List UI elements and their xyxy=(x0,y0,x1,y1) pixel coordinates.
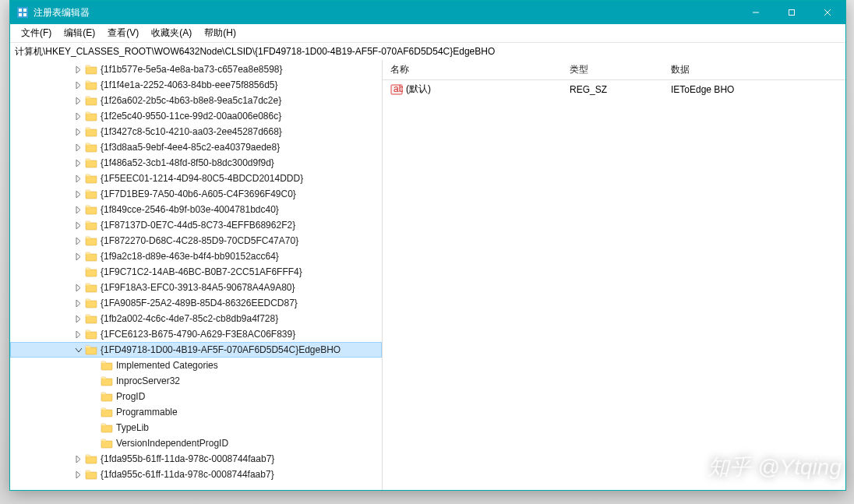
close-button[interactable] xyxy=(810,1,845,24)
menubar: 文件(F) 编辑(E) 查看(V) 收藏夹(A) 帮助(H) xyxy=(10,24,845,43)
tree-node-label: InprocServer32 xyxy=(116,375,180,386)
expand-expand-icon[interactable] xyxy=(72,204,83,215)
tree-node-label: {1f486a52-3cb1-48fd-8f50-b8dc300d9f9d} xyxy=(101,157,274,168)
expand-expand-icon[interactable] xyxy=(72,235,83,246)
tree-node[interactable]: ProgID xyxy=(10,389,382,404)
tree-node-label: {1F7D1BE9-7A50-40b6-A605-C4F3696F49C0} xyxy=(101,189,296,199)
expand-expand-icon[interactable] xyxy=(72,111,83,122)
tree-node-label: {1f1b577e-5e5a-4e8a-ba73-c657ea8e8598} xyxy=(101,64,283,75)
minimize-button[interactable] xyxy=(738,1,774,24)
address-bar[interactable]: 计算机\HKEY_CLASSES_ROOT\WOW6432Node\CLSID\… xyxy=(10,43,845,60)
menu-view[interactable]: 查看(V) xyxy=(101,25,145,41)
menu-help[interactable]: 帮助(H) xyxy=(198,25,242,41)
folder-icon xyxy=(85,234,97,247)
expand-expand-icon[interactable] xyxy=(72,298,83,308)
tree-node[interactable]: {1f849cce-2546-4b9f-b03e-4004781bdc40} xyxy=(10,202,382,217)
tree-node[interactable]: {1f9a2c18-d89e-463e-b4f4-bb90152acc64} xyxy=(10,248,382,264)
tree-node-label: {1F87137D-0E7C-44d5-8C73-4EFFB68962F2} xyxy=(101,220,295,231)
tree-node[interactable]: {1f1f4e1a-2252-4063-84bb-eee75f8856d5} xyxy=(10,77,382,93)
expand-expand-icon[interactable] xyxy=(72,313,83,324)
tree-node[interactable]: InprocServer32 xyxy=(10,373,382,389)
tree-node[interactable]: {1F7D1BE9-7A50-40b6-A605-C4F3696F49C0} xyxy=(10,186,382,202)
tree-node[interactable]: {1FA9085F-25A2-489B-85D4-86326EEDCD87} xyxy=(10,295,382,311)
tree-node-label: {1F872270-D68C-4C28-85D9-70CD5FC47A70} xyxy=(101,235,298,246)
expand-expand-icon[interactable] xyxy=(72,453,83,464)
tree-node[interactable]: {1FD49718-1D00-4B19-AF5F-070AF6D5D54C}Ed… xyxy=(10,342,382,358)
tree-node[interactable]: TypeLib xyxy=(10,420,382,435)
tree-node[interactable]: {1fda955b-61ff-11da-978c-0008744faab7} xyxy=(10,451,382,467)
svg-rect-2 xyxy=(23,9,26,12)
tree-node-label: {1f3427c8-5c10-4210-aa03-2ee45287d668} xyxy=(101,126,282,137)
folder-icon xyxy=(85,328,97,340)
tree-node-label: {1fb2a002-4c6c-4de7-85c2-cb8db9a4f728} xyxy=(101,313,278,324)
expand-expand-icon[interactable] xyxy=(72,469,83,480)
tree-node[interactable]: VersionIndependentProgID xyxy=(10,435,382,451)
expand-expand-icon[interactable] xyxy=(72,157,83,168)
expand-expand-icon[interactable] xyxy=(72,79,83,90)
svg-rect-1 xyxy=(19,9,22,12)
expand-expand-icon[interactable] xyxy=(72,282,83,293)
folder-icon xyxy=(85,250,97,263)
expand-expand-icon[interactable] xyxy=(72,126,83,137)
content-area: {1f1b577e-5e5a-4e8a-ba73-c657ea8e8598}{1… xyxy=(10,60,845,490)
folder-icon xyxy=(85,94,97,107)
tree-node[interactable]: {1fb2a002-4c6c-4de7-85c2-cb8db9a4f728} xyxy=(10,311,382,326)
app-icon xyxy=(16,6,29,19)
tree-node[interactable]: {1f1b577e-5e5a-4e8a-ba73-c657ea8e8598} xyxy=(10,62,382,77)
svg-rect-4 xyxy=(23,13,26,16)
expand-collapse-icon[interactable] xyxy=(72,344,83,355)
tree-node[interactable]: {1F9F18A3-EFC0-3913-84A5-90678A4A9A80} xyxy=(10,280,382,295)
tree-node-label: {1FA9085F-25A2-489B-85D4-86326EEDCD87} xyxy=(101,298,298,308)
maximize-button[interactable] xyxy=(774,1,810,24)
menu-file[interactable]: 文件(F) xyxy=(15,25,58,41)
value-data: IEToEdge BHO xyxy=(663,82,845,97)
menu-favorites[interactable]: 收藏夹(A) xyxy=(145,25,198,41)
tree-node-label: {1f26a602-2b5c-4b63-b8e8-9ea5c1a7dc2e} xyxy=(101,95,281,106)
tree-node[interactable]: {1FCE6123-B675-4790-A629-F3E8AC06F839} xyxy=(10,326,382,342)
folder-icon xyxy=(85,110,97,122)
tree-node[interactable]: {1fda955c-61ff-11da-978c-0008744faab7} xyxy=(10,467,382,482)
folder-icon xyxy=(85,219,97,231)
titlebar[interactable]: 注册表编辑器 xyxy=(10,1,845,24)
value-name: ab(默认) xyxy=(383,80,562,98)
value-row[interactable]: ab(默认)REG_SZIEToEdge BHO xyxy=(383,80,845,98)
value-list[interactable]: 名称 类型 数据 ab(默认)REG_SZIEToEdge BHO xyxy=(383,60,845,490)
tree-node-label: {1f1f4e1a-2252-4063-84bb-eee75f8856d5} xyxy=(101,79,278,90)
col-type[interactable]: 类型 xyxy=(562,60,663,79)
tree-node[interactable]: {1f3d8aa5-9ebf-4ee4-85c2-ea40379aede8} xyxy=(10,139,382,155)
tree-node-label: {1f849cce-2546-4b9f-b03e-4004781bdc40} xyxy=(101,204,279,215)
folder-icon xyxy=(85,468,97,481)
col-data[interactable]: 数据 xyxy=(663,60,845,79)
menu-edit[interactable]: 编辑(E) xyxy=(58,25,101,41)
expand-expand-icon[interactable] xyxy=(72,189,83,199)
tree-node[interactable]: {1F872270-D68C-4C28-85D9-70CD5FC47A70} xyxy=(10,233,382,248)
tree-node[interactable]: {1f3427c8-5c10-4210-aa03-2ee45287d668} xyxy=(10,124,382,139)
tree-node[interactable]: Implemented Categories xyxy=(10,358,382,373)
expand-expand-icon[interactable] xyxy=(72,142,83,153)
folder-icon xyxy=(85,203,97,216)
key-tree[interactable]: {1f1b577e-5e5a-4e8a-ba73-c657ea8e8598}{1… xyxy=(10,60,383,490)
tree-node[interactable]: {1f486a52-3cb1-48fd-8f50-b8dc300d9f9d} xyxy=(10,155,382,171)
tree-node[interactable]: {1F5EEC01-1214-4D94-80C5-4BDCD2014DDD} xyxy=(10,171,382,186)
folder-icon xyxy=(85,312,97,325)
tree-node[interactable]: {1F87137D-0E7C-44d5-8C73-4EFFB68962F2} xyxy=(10,217,382,233)
tree-node-label: VersionIndependentProgID xyxy=(116,438,228,449)
tree-node[interactable]: {1F9C71C2-14AB-46BC-B0B7-2CC51AF6FFF4} xyxy=(10,264,382,280)
tree-node-label: {1FCE6123-B675-4790-A629-F3E8AC06F839} xyxy=(101,329,295,340)
tree-node[interactable]: Programmable xyxy=(10,404,382,420)
folder-icon xyxy=(101,390,113,403)
expand-expand-icon[interactable] xyxy=(72,173,83,184)
expand-expand-icon[interactable] xyxy=(72,329,83,340)
tree-node-label: {1fda955b-61ff-11da-978c-0008744faab7} xyxy=(101,453,274,464)
svg-rect-3 xyxy=(19,13,22,16)
tree-node[interactable]: {1f26a602-2b5c-4b63-b8e8-9ea5c1a7dc2e} xyxy=(10,93,382,108)
col-name[interactable]: 名称 xyxy=(383,60,562,79)
expand-expand-icon[interactable] xyxy=(72,95,83,106)
tree-node[interactable]: {1f2e5c40-9550-11ce-99d2-00aa006e086c} xyxy=(10,108,382,124)
expand-expand-icon[interactable] xyxy=(72,64,83,75)
tree-node-label: Implemented Categories xyxy=(116,360,218,371)
tree-node-label: Programmable xyxy=(116,407,178,418)
expand-expand-icon[interactable] xyxy=(72,251,83,262)
folder-icon xyxy=(85,188,97,200)
expand-expand-icon[interactable] xyxy=(72,220,83,231)
